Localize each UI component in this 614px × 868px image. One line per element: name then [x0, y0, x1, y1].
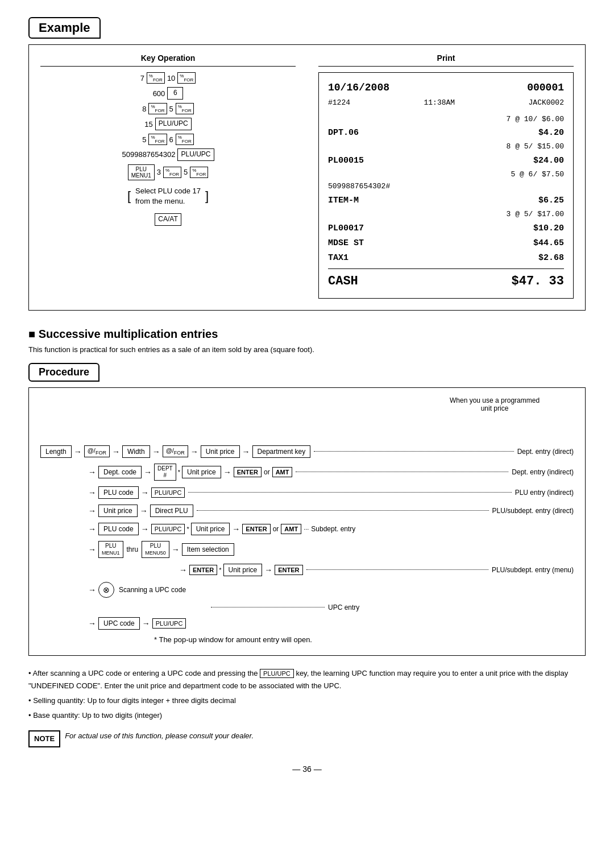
successive-mult-desc: This function is practical for such entr…: [28, 345, 586, 354]
flow-row-scanning: → ⊗ Scanning a UPC code: [86, 582, 574, 598]
flow-row-plu-menu: → PLUMENU1 thru PLUMENU50 → Item selecti…: [86, 541, 574, 558]
receipt-date: 10/16/2008: [328, 80, 389, 96]
print-column: Print 10/16/2008 000001 #1224 11:38AM JA…: [307, 53, 574, 299]
receipt-line-1: 7 @ 10/ $6.00: [328, 114, 564, 126]
page-number: — 36 —: [28, 764, 586, 774]
example-section: Example Key Operation 7 %FOR 10 %FOR 600: [28, 17, 586, 311]
note-3: Base quantity: Up to two digits (integer…: [28, 709, 586, 722]
ko-row-6: 5099887654302 PLU/UPC: [122, 148, 214, 161]
cash-total: $47. 33: [512, 271, 564, 291]
receipt-time: 11:38AM: [424, 97, 455, 109]
notes-section: After scanning a UPC code or entering a …: [28, 667, 586, 747]
receipt-line-7: ITEM-M $6.25: [328, 194, 564, 208]
receipt-cashier: JACK0002: [529, 97, 564, 109]
flow-row-subdept: → PLU code → PLU/UPC * Unit price → ENTE…: [86, 523, 574, 535]
flow-row-direct-plu: → Unit price → Direct PLU PLU/subdept. e…: [86, 505, 574, 517]
receipt: 10/16/2008 000001 #1224 11:38AM JACK0002…: [318, 72, 574, 299]
note-2: Selling quantity: Up to four digits inte…: [28, 695, 586, 707]
flow-row-menu-sub: → ENTER * Unit price → ENTER PLU/subdept…: [177, 564, 574, 576]
ko-row-4: 15 PLU/UPC: [144, 118, 191, 130]
flow-row-plu-indirect: → PLU code → PLU/UPC PLU entry (indirect…: [86, 486, 574, 499]
ko-row-3: 8 %FOR 5 %FOR: [142, 103, 194, 114]
receipt-line-3: 8 @ 5/ $15.00: [328, 141, 564, 153]
popup-note: * The pop-up window for amount entry wil…: [154, 635, 574, 644]
scanning-icon: ⊗: [98, 582, 114, 598]
note-box: NOTE For actual use of this function, pl…: [28, 730, 586, 747]
ko-row-ca: CA/AT: [155, 213, 181, 226]
flow-rows: Length → @/FOR → Width → @/FOR → Unit pr…: [40, 445, 574, 644]
ko-row-2: 600 6: [153, 87, 184, 100]
successive-mult-section: Successive multiplication entries This f…: [28, 328, 586, 656]
note-1: After scanning a UPC code or entering a …: [28, 667, 586, 692]
ko-row-5: 5 %FOR 6 %FOR: [142, 134, 194, 145]
receipt-number: 000001: [527, 80, 564, 96]
receipt-line-8: 3 @ 5/ $17.00: [328, 209, 564, 221]
receipt-line-2: DPT.06 $4.20: [328, 126, 564, 140]
example-label: Example: [28, 17, 101, 39]
flow-row-main: Length → @/FOR → Width → @/FOR → Unit pr…: [40, 445, 574, 458]
procedure-section: When you use a programmed unit price Len…: [28, 387, 586, 656]
note-text: For actual use of this function, please …: [65, 730, 254, 742]
key-operation-column: Key Operation 7 %FOR 10 %FOR 600 6: [40, 53, 307, 299]
receipt-total: CASH $47. 33: [328, 268, 564, 291]
receipt-line-5: 5 @ 6/ $7.50: [328, 169, 564, 181]
key-operation-header: Key Operation: [40, 53, 296, 67]
ko-row-7: PLUMENU1 3 %FOR 5 %FOR: [128, 164, 209, 180]
receipt-line-10: MDSE ST $44.65: [328, 237, 564, 250]
receipt-line-11: TAX1 $2.68: [328, 251, 564, 265]
receipt-id: #1224: [328, 97, 350, 109]
ko-rows: 7 %FOR 10 %FOR 600 6 8 %FOR 5: [40, 72, 296, 226]
receipt-line-9: PL00017 $10.20: [328, 222, 564, 235]
when-note: When you use a programmed unit price: [450, 396, 540, 412]
procedure-label: Procedure: [28, 363, 99, 382]
flow-row-dept-indirect: → Dept. code → DEPT# * Unit price → ENTE…: [86, 464, 574, 481]
print-header: Print: [318, 53, 574, 67]
ko-row-1: 7 %FOR 10 %FOR: [140, 72, 196, 84]
receipt-subheader: #1224 11:38AM JACK0002: [328, 97, 564, 109]
flow-row-upc-code: → UPC code → PLU/UPC: [86, 617, 574, 630]
receipt-line-4: PL00015 $24.00: [328, 154, 564, 168]
ko-row-bracket: [ Select PLU code 17from the menu. ]: [127, 186, 209, 206]
receipt-line-6: 5099887654302#: [328, 181, 564, 193]
cash-label: CASH: [328, 271, 358, 291]
successive-mult-title: Successive multiplication entries: [28, 328, 586, 341]
note-label: NOTE: [28, 730, 60, 747]
flow-row-upc-entry: UPC entry: [211, 604, 574, 611]
item-selection-box: Item selection: [182, 543, 234, 556]
receipt-header: 10/16/2008 000001: [328, 80, 564, 96]
